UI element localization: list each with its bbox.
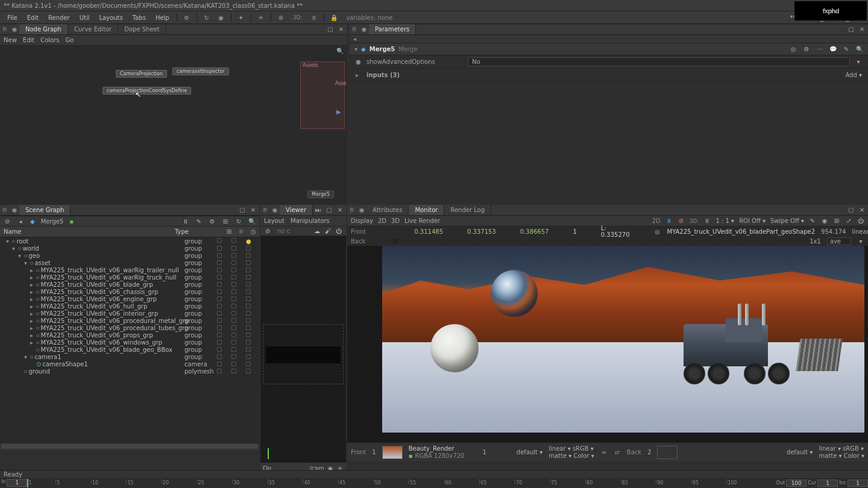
skip-icon[interactable]: ⏭ — [315, 207, 322, 214]
mon-liverender[interactable]: Live Render — [404, 217, 440, 224]
refresh-icon[interactable]: ↻ — [235, 217, 242, 225]
viewer-submenu[interactable]: Layout Manipulators — [260, 216, 346, 227]
menu-file[interactable]: File — [2, 13, 22, 23]
back-icon[interactable]: ◂ — [17, 217, 24, 225]
max-icon[interactable]: ▢ — [239, 207, 246, 214]
mon-swipe[interactable]: Swipe Off ▾ — [770, 217, 804, 224]
tree-row[interactable]: ▸▫MYA225_truck_UVedit_v06_engine_grpgrou… — [0, 295, 259, 302]
tab-dopesheet[interactable]: Dope Sheet — [118, 24, 166, 34]
lock-icon[interactable]: 🔒 — [329, 13, 339, 22]
cur-field[interactable]: 1 — [817, 480, 838, 487]
tab-scenegraph[interactable]: Scene Graph — [19, 205, 71, 215]
swap-icon[interactable]: ⇄ — [614, 449, 621, 456]
eye-icon[interactable]: ◉ — [357, 205, 366, 214]
playhead[interactable] — [27, 479, 28, 487]
ng-colors[interactable]: Colors — [40, 37, 59, 43]
tree-row[interactable]: ▸▫MYA225_truck_UVedit_v06_interior_grpgr… — [0, 310, 259, 317]
pause-icon[interactable]: ⏸ — [703, 217, 711, 225]
col-name[interactable]: Name — [0, 228, 175, 235]
default-dropdown[interactable]: default ▾ — [517, 449, 542, 455]
power-icon[interactable]: ⏻ — [857, 217, 864, 225]
globe-icon[interactable]: ⊕ — [276, 13, 286, 22]
mon-3d[interactable]: 3D — [391, 217, 400, 224]
expand-icon[interactable]: ▸ — [356, 72, 362, 78]
tab-curveeditor[interactable]: Curve Editor — [68, 24, 118, 34]
menu-layouts[interactable]: Layouts — [95, 13, 128, 23]
th-icon[interactable]: ⊞ — [225, 228, 233, 236]
refresh-icon[interactable]: ↻ — [202, 13, 212, 22]
node-cameraprojection[interactable]: CameraProjection — [116, 70, 167, 78]
eye-icon[interactable]: ◉ — [270, 205, 280, 214]
gear-icon[interactable]: ⚙ — [209, 217, 216, 225]
sun-icon[interactable]: ☼ — [237, 228, 245, 236]
mon-display[interactable]: Display — [351, 217, 373, 224]
tab-monitor[interactable]: Monitor — [409, 205, 444, 215]
tree-row[interactable]: ▾▫rootgroup● — [0, 237, 259, 245]
close-icon[interactable]: ✕ — [858, 207, 866, 214]
viewer-manip[interactable]: Manipulators — [291, 217, 330, 224]
expand-icon[interactable]: ▾ — [354, 46, 357, 52]
close-icon[interactable]: ✕ — [858, 26, 866, 33]
menu-tabs[interactable]: Tabs — [128, 13, 151, 23]
node-camerasetinspector[interactable]: camerasetInspector — [172, 67, 229, 75]
stop-icon[interactable]: ⊘ — [678, 217, 685, 225]
viewer-layout[interactable]: Layout — [264, 217, 285, 224]
link-icon[interactable]: ∞ — [600, 449, 608, 456]
scrollbar[interactable] — [1, 444, 258, 449]
tab-attributes[interactable]: Attributes — [366, 205, 409, 215]
eye-icon[interactable]: ◉ — [10, 205, 19, 214]
tree-row[interactable]: ▾▫geogroup — [0, 252, 259, 259]
viewer-tabs[interactable]: ⎘ ◉ Viewer ⏭ ▢ ✕ — [260, 205, 346, 216]
sun-icon[interactable]: ☀ — [256, 13, 266, 22]
tree-row[interactable]: ▸▫MYA225_truck_UVedit_v06_hull_grpgroup — [0, 302, 259, 310]
tree-row[interactable]: ▸▫MYA225_truck_UVedit_v06_procedural_met… — [0, 317, 259, 324]
close-icon[interactable]: ⊘ — [264, 228, 271, 235]
scenegraph-tree[interactable]: ▾▫rootgroup●▾▫worldgroup▾▫geogroup▾▫asse… — [0, 237, 259, 442]
tree-row[interactable]: ▾▫assetgroup — [0, 259, 259, 266]
grid-icon[interactable]: ⊞ — [222, 217, 229, 225]
pin-icon[interactable]: ⎘ — [0, 205, 10, 214]
edit-icon[interactable]: ✎ — [843, 46, 850, 53]
parameters-tabs[interactable]: ⎘ ◉ Parameters ▢ ✕ — [350, 24, 868, 35]
pause-small-icon[interactable]: ⏸ — [309, 13, 319, 22]
node-merge5[interactable]: Merge5 — [307, 190, 334, 198]
param-breadcrumb[interactable]: ◂ — [350, 35, 868, 43]
tree-row[interactable]: ▫groundpolymesh — [0, 368, 259, 375]
eye-icon[interactable]: ◉ — [359, 24, 369, 34]
max-icon[interactable]: ▢ — [326, 207, 333, 214]
tree-row[interactable]: ▸▫MYA225_truck_UVedit_v06_blade_grpgroup — [0, 281, 259, 288]
mon-2d[interactable]: 2D — [378, 217, 386, 224]
add-button[interactable]: Add ▾ — [845, 72, 862, 78]
menu-edit[interactable]: Edit — [22, 13, 43, 23]
pin-icon[interactable]: ⎘ — [347, 205, 357, 214]
back-icon[interactable]: ◂ — [353, 36, 356, 42]
close-icon[interactable]: ✕ — [336, 207, 344, 214]
thumbnail-back[interactable] — [657, 446, 678, 459]
search-icon[interactable]: 🔍 — [336, 47, 344, 54]
lin2-dropdown[interactable]: linear ▾ sRGB ▾ — [819, 445, 864, 452]
out-field[interactable]: 100 — [786, 480, 807, 487]
nodegraph-canvas[interactable]: 🔍 CameraProjection camerasetInspector ca… — [0, 46, 347, 205]
expand-icon[interactable]: ⤢ — [845, 217, 852, 225]
lin-dropdown[interactable]: linear ▾ sRGB ▾ — [549, 445, 594, 452]
max-icon[interactable]: ▢ — [848, 207, 855, 214]
tab-nodegraph[interactable]: Node Graph — [19, 24, 68, 34]
timeline[interactable]: In 1 15101520253035404550556065707580859… — [0, 478, 868, 487]
dropdown-icon[interactable]: ▾ — [855, 58, 862, 66]
edit-icon[interactable]: ✎ — [195, 217, 203, 225]
ng-go[interactable]: Go — [66, 37, 74, 43]
col-type[interactable]: Type — [175, 228, 211, 235]
tab-renderlog[interactable]: Render Log — [444, 205, 491, 215]
menu-help[interactable]: Help — [151, 13, 174, 23]
tree-row[interactable]: ▫MYA225_truck_UVedit_v06_blade_geo_BBoxg… — [0, 346, 259, 353]
matte2-dropdown[interactable]: matte ▾ Color ▾ — [819, 452, 864, 459]
main-menu[interactable]: File Edit Render Util Layouts Tabs Help … — [0, 11, 868, 24]
pencil-icon[interactable]: ✎ — [809, 217, 816, 225]
in-field[interactable]: 1 — [7, 479, 27, 487]
variables-label[interactable]: variables: none — [341, 13, 397, 23]
target-icon[interactable]: ◎ — [790, 46, 797, 53]
power-icon[interactable]: ⏻ — [335, 228, 342, 235]
tree-row[interactable]: ⊙cameraShape1camera — [0, 360, 259, 368]
tree-row[interactable]: ▸▫MYA225_truck_UVedit_v06_warRig_truck_n… — [0, 274, 259, 281]
close-icon[interactable]: ✕ — [338, 26, 345, 33]
